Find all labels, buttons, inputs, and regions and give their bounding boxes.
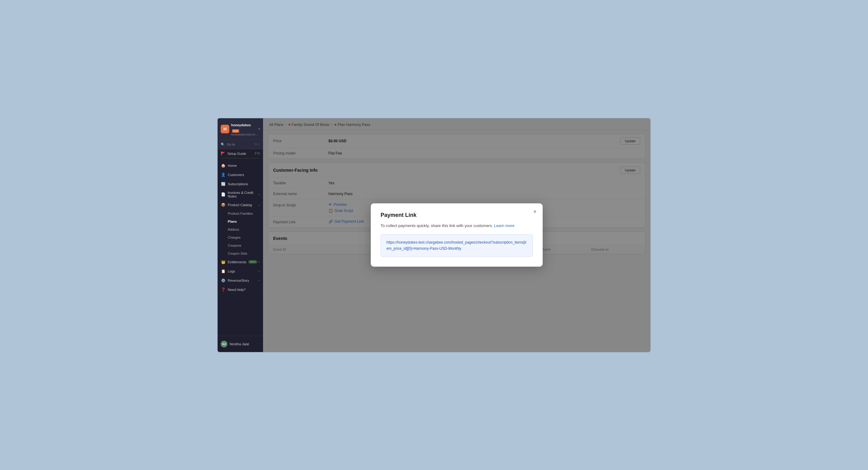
product-catalog-chevron-icon: ▴: [258, 203, 260, 206]
invoices-chevron-icon: ▾: [258, 193, 260, 196]
logs-chevron-icon: ▾: [258, 270, 260, 273]
need-help-dots: ···: [257, 288, 260, 291]
sidebar-item-coupons[interactable]: Coupons: [218, 241, 263, 249]
need-help-icon: ❓: [221, 287, 226, 292]
sidebar-item-home-label: Home: [228, 164, 260, 168]
sidebar-item-customers[interactable]: 👤 Customers: [218, 170, 263, 179]
search-icon: 🔍: [221, 143, 225, 147]
sidebar-item-addons-label: Addons: [228, 228, 260, 231]
subscriptions-icon: 🔄: [221, 181, 226, 186]
sidebar-item-addons[interactable]: Addons: [218, 226, 263, 233]
sidebar-item-charges-label: Charges: [228, 236, 260, 239]
sidebar-bottom: NJ Nimitha Jalal ···: [218, 336, 263, 352]
logo-icon: H: [221, 125, 229, 133]
user-dots: ···: [257, 342, 260, 346]
modal-learn-more-link[interactable]: Learn more: [494, 223, 515, 228]
logs-icon: 📋: [221, 269, 226, 274]
sidebar-item-plans-label: Plans: [228, 219, 260, 223]
sidebar-item-entitlements-label: Entitlements: [228, 260, 247, 264]
product-catalog-icon: 📦: [221, 202, 226, 207]
sidebar-item-coupon-sets[interactable]: Coupon Sets: [218, 249, 263, 258]
modal-link-url: https://honeydukes-test.chargebee.com/ho…: [386, 240, 526, 251]
sidebar-item-logs[interactable]: 📋 Logs ▾: [218, 267, 263, 276]
sidebar-item-setup-guide[interactable]: 🚩 Setup Guide 0 %: [218, 149, 263, 158]
setup-label: Setup Guide: [227, 152, 255, 155]
modal-link-box: https://honeydukes-test.chargebee.com/ho…: [381, 234, 533, 257]
revenuestory-chevron-icon: ▾: [258, 279, 260, 282]
sidebar-item-entitlements[interactable]: 👑 Entitlements NEW ▾: [218, 258, 263, 267]
user-name: Nimitha Jalal: [229, 342, 257, 346]
entitlements-badge: NEW: [248, 260, 257, 264]
sidebar-search[interactable]: 🔍 Go to ⌘ K: [218, 140, 263, 149]
sidebar-item-product-catalog[interactable]: 📦 Product Catalog ▴: [218, 200, 263, 209]
sidebar-item-charges[interactable]: Charges: [218, 233, 263, 241]
logo-text: honeydukes Test honeydukes-test.char...: [231, 122, 258, 136]
revenuestory-icon: ⚙️: [221, 278, 226, 283]
main-content: All Plans • Family Sound Of Music • Plan…: [263, 118, 650, 352]
setup-progress-bar: [221, 158, 260, 158]
sidebar: H honeydukes Test honeydukes-test.char..…: [218, 118, 263, 352]
avatar: NJ: [221, 341, 227, 347]
customers-icon: 👤: [221, 172, 226, 177]
search-placeholder: Go to: [227, 143, 254, 146]
payment-link-modal: × Payment Link To collect payments quick…: [371, 203, 542, 267]
modal-description: To collect payments quickly, share this …: [381, 223, 533, 229]
sidebar-item-subscriptions-label: Subscriptions: [228, 182, 260, 186]
sidebar-item-customers-label: Customers: [228, 173, 260, 177]
home-icon: 🏠: [221, 163, 226, 168]
invoices-icon: 📄: [221, 192, 226, 197]
sidebar-item-invoices[interactable]: 📄 Invoices & Credit Notes ▾: [218, 188, 263, 200]
entitlements-icon: 👑: [221, 260, 226, 264]
sidebar-item-home[interactable]: 🏠 Home: [218, 161, 263, 170]
modal-title: Payment Link: [381, 212, 533, 218]
setup-icon: 🚩: [221, 151, 225, 156]
logo-badge: Test: [232, 129, 239, 133]
setup-percent: 0 %: [255, 152, 260, 155]
sidebar-item-logs-label: Logs: [228, 269, 257, 273]
sidebar-item-invoices-label: Invoices & Credit Notes: [228, 191, 257, 198]
sidebar-item-subscriptions[interactable]: 🔄 Subscriptions: [218, 179, 263, 188]
logo-subdomain: honeydukes-test.char...: [231, 133, 258, 136]
sidebar-item-need-help[interactable]: ❓ Need Help? ···: [218, 285, 263, 294]
sidebar-logo[interactable]: H honeydukes Test honeydukes-test.char..…: [218, 118, 263, 140]
entitlements-chevron-icon: ▾: [258, 261, 260, 264]
sidebar-item-plans[interactable]: Plans: [218, 217, 263, 226]
sidebar-item-need-help-label: Need Help?: [228, 288, 257, 292]
sidebar-item-revenuestory[interactable]: ⚙️ RevenueStory ▾: [218, 276, 263, 285]
sidebar-item-product-families-label: Product Families: [228, 212, 260, 215]
sidebar-item-product-catalog-label: Product Catalog: [228, 203, 257, 207]
app-window: H honeydukes Test honeydukes-test.char..…: [217, 118, 651, 353]
search-kbd: ⌘ K: [254, 143, 260, 146]
sidebar-item-coupon-sets-label: Coupon Sets: [228, 252, 260, 255]
sidebar-item-revenuestory-label: RevenueStory: [228, 278, 257, 282]
modal-overlay[interactable]: × Payment Link To collect payments quick…: [263, 118, 650, 352]
sidebar-item-product-families[interactable]: Product Families: [218, 209, 263, 217]
logo-chevron-icon: ▾: [258, 127, 260, 130]
modal-close-button[interactable]: ×: [533, 209, 536, 214]
logo-name: honeydukes: [231, 123, 251, 127]
sidebar-nav: 🏠 Home 👤 Customers 🔄 Subscriptions 📄 Inv…: [218, 160, 263, 295]
sidebar-item-coupons-label: Coupons: [228, 244, 260, 247]
user-profile[interactable]: NJ Nimitha Jalal ···: [218, 339, 263, 350]
